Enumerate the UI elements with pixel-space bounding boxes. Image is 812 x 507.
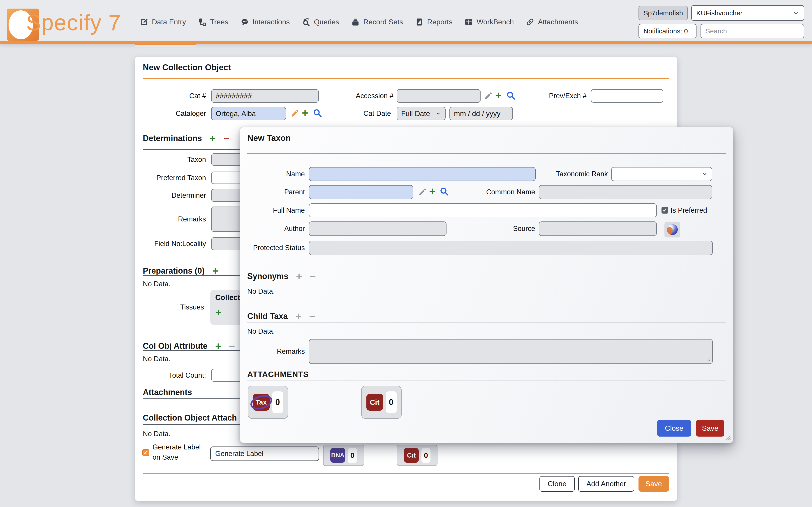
parent-add-icon[interactable]: +: [429, 186, 435, 197]
accession-edit-pencil-icon[interactable]: [484, 92, 493, 100]
nav-item-trees[interactable]: Trees: [193, 12, 233, 32]
source-label: Source: [466, 221, 535, 236]
app-header: Specify 7 Data Entry Trees Interactions …: [0, 0, 812, 44]
nav-item-interactions[interactable]: Interactions: [236, 12, 295, 32]
generate-label-button[interactable]: Generate Label: [210, 447, 319, 461]
cat-date-field[interactable]: mm / dd / yyyy: [449, 107, 513, 120]
prev-exch-label: Prev/Exch #: [518, 89, 586, 103]
generate-label-line1: Generate Label: [152, 442, 216, 452]
search-input[interactable]: Search: [700, 24, 804, 38]
dialog-save-button[interactable]: Save: [696, 420, 724, 437]
cat-date-placeholder: mm / dd / yyyy: [454, 110, 500, 118]
is-preferred-checkbox[interactable]: ✓: [662, 207, 668, 214]
taxon-table-icon: Tax: [253, 394, 270, 411]
full-name-label: Full Name: [247, 204, 305, 217]
accession-add-icon[interactable]: +: [495, 90, 502, 101]
citations-button-form[interactable]: Cit 0: [397, 445, 437, 466]
dialog-title-divider: [247, 153, 726, 154]
archive-box-icon: [351, 18, 360, 26]
specify-logo[interactable]: Specify 7: [7, 8, 113, 41]
citations-button-dialog[interactable]: Cit 0: [361, 386, 401, 419]
nav-item-label: WorkBench: [477, 18, 514, 26]
accession-search-icon[interactable]: [506, 91, 515, 100]
add-another-button[interactable]: Add Another: [578, 476, 634, 492]
source-globe-button[interactable]: [665, 222, 680, 237]
taxon-remarks-textarea[interactable]: [309, 339, 713, 364]
cat-number-value: #########: [216, 92, 252, 100]
common-name-field[interactable]: [539, 185, 712, 199]
cataloger-field[interactable]: Ortega, Alba: [211, 107, 286, 120]
generate-label-checkbox[interactable]: ✓: [142, 449, 149, 456]
check-icon: ✓: [143, 449, 148, 456]
col-obj-attribute-title: Col Obj Attribute: [143, 341, 207, 351]
cataloger-label: Cataloger: [139, 107, 206, 120]
clone-button[interactable]: Clone: [540, 476, 575, 492]
dna-sequences-button[interactable]: DNA 0: [323, 445, 364, 466]
determinations-header: Determinations + −: [143, 133, 230, 144]
parent-edit-pencil-icon[interactable]: [418, 187, 427, 196]
common-name-label: Common Name: [466, 185, 535, 199]
nav-item-workbench[interactable]: WorkBench: [459, 12, 519, 32]
child-taxa-remove-icon[interactable]: −: [309, 311, 315, 322]
dna-icon-text: DNA: [331, 452, 345, 459]
taxon-label: Taxon: [139, 153, 206, 166]
co-attachments-empty-text: No Data.: [143, 430, 170, 438]
dialog-resize-handle[interactable]: [724, 433, 731, 441]
total-count-label: Total Count:: [139, 369, 206, 382]
user-account-button[interactable]: Sp7demofish: [638, 6, 688, 20]
textarea-resize-icon[interactable]: [704, 355, 711, 362]
parent-search-icon[interactable]: [439, 187, 449, 196]
collection-select[interactable]: KUFishvoucher: [691, 5, 804, 21]
nav-item-queries[interactable]: Queries: [297, 12, 344, 32]
source-field[interactable]: [539, 221, 657, 236]
name-field[interactable]: [309, 167, 536, 181]
generate-label-text: Generate Label on Save: [152, 442, 216, 462]
protected-status-field[interactable]: [309, 241, 713, 255]
preparations-empty-text: No Data.: [143, 280, 170, 288]
collect-button-label: Collect: [215, 293, 240, 302]
nav-item-label: Data Entry: [152, 18, 186, 26]
tissues-label: Tissues:: [139, 290, 206, 325]
synonyms-remove-icon[interactable]: −: [310, 271, 316, 281]
full-name-field[interactable]: [309, 204, 657, 217]
add-another-button-label: Add Another: [586, 480, 626, 488]
magnifier-swoosh-icon: [302, 18, 310, 26]
collect-add-icon: +: [215, 307, 222, 318]
nav-item-label: Interactions: [252, 18, 290, 26]
taxon-attachments-button[interactable]: Tax 0: [248, 386, 288, 419]
cataloger-add-icon[interactable]: +: [302, 108, 308, 118]
nav-item-attachments[interactable]: Attachments: [521, 12, 583, 32]
col-obj-attribute-add-icon[interactable]: +: [215, 341, 221, 351]
parent-label: Parent: [247, 185, 305, 199]
cit-icon-text: Cit: [370, 398, 379, 406]
determinations-add-icon[interactable]: +: [209, 133, 216, 144]
taxonomic-rank-select[interactable]: [611, 167, 712, 181]
co-attachments-title: Collection Object Attach: [143, 413, 237, 422]
determinations-remove-icon[interactable]: −: [224, 133, 230, 144]
parent-field[interactable]: [309, 185, 413, 199]
author-field[interactable]: [309, 221, 446, 236]
accession-field[interactable]: [397, 89, 481, 103]
preparations-add-icon[interactable]: +: [212, 266, 218, 276]
notifications-button[interactable]: Notifications: 0: [638, 24, 696, 38]
cat-date-precision-select[interactable]: Full Date: [397, 107, 446, 120]
determination-remarks-label: Remarks: [139, 207, 206, 232]
cat-number-field[interactable]: #########: [211, 89, 319, 103]
nav-item-label: Record Sets: [363, 18, 403, 26]
dialog-title: New Taxon: [247, 133, 291, 143]
nav-item-record-sets[interactable]: Record Sets: [346, 12, 408, 32]
dialog-close-button[interactable]: Close: [657, 420, 691, 437]
tree-nodes-icon: [198, 18, 206, 26]
child-taxa-add-icon[interactable]: +: [295, 311, 301, 322]
nav-item-reports[interactable]: Reports: [410, 12, 457, 32]
synonyms-add-icon[interactable]: +: [296, 271, 302, 281]
dialog-save-label: Save: [702, 424, 719, 433]
nav-item-data-entry[interactable]: Data Entry: [135, 12, 191, 32]
form-save-button[interactable]: Save: [638, 476, 669, 492]
cataloger-edit-pencil-icon[interactable]: [291, 109, 299, 118]
nav-item-label: Queries: [314, 18, 339, 26]
prev-exch-field[interactable]: [591, 89, 663, 103]
col-obj-attribute-remove-icon[interactable]: −: [229, 341, 235, 351]
pencil-square-icon: [140, 18, 148, 26]
generate-label-line2: on Save: [152, 452, 216, 462]
